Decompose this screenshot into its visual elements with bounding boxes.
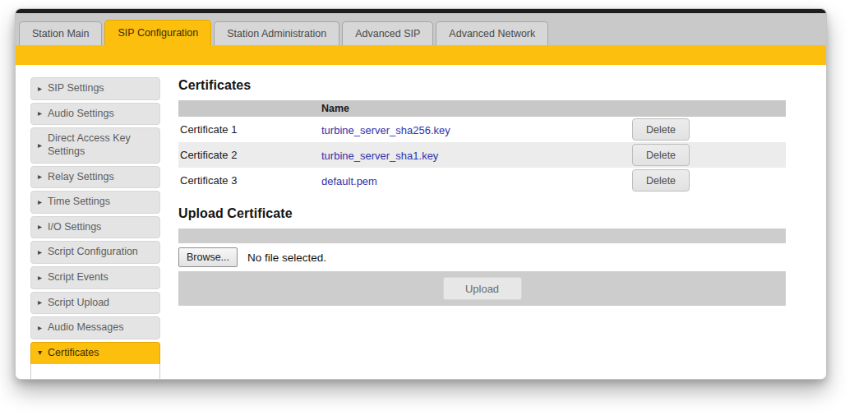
sidebar-item-time-settings[interactable]: ▸ Time Settings [30, 191, 160, 214]
tab-sip-configuration[interactable]: SIP Configuration [104, 20, 211, 45]
sidebar-item-label: Certificates [48, 347, 99, 360]
sidebar-item-label: Script Events [48, 271, 108, 284]
chevron-right-icon: ▸ [38, 141, 42, 151]
file-selection-status: No file selected. [247, 252, 326, 264]
sidebar-item-script-configuration[interactable]: ▸ Script Configuration [30, 241, 160, 264]
upload-action-bar: Upload [178, 271, 786, 306]
sidebar-item-audio-settings[interactable]: ▸ Audio Settings [30, 103, 160, 126]
tab-station-main[interactable]: Station Main [19, 21, 102, 45]
chevron-right-icon: ▸ [38, 84, 42, 95]
chevron-right-icon: ▸ [38, 172, 42, 182]
file-input-row: Browse... No file selected. [178, 247, 786, 268]
certificate-label: Certificate 2 [178, 149, 321, 161]
chevron-right-icon: ▸ [38, 247, 42, 258]
chevron-right-icon: ▸ [38, 323, 42, 334]
upload-button[interactable]: Upload [443, 277, 522, 300]
delete-button[interactable]: Delete [632, 169, 690, 192]
upload-section-header-bar [178, 228, 786, 243]
chevron-right-icon: ▸ [38, 108, 42, 119]
sidebar-nav: ▸ SIP Settings ▸ Audio Settings ▸ Direct… [30, 77, 160, 380]
chevron-right-icon: ▸ [38, 298, 42, 308]
content-area: ▸ SIP Settings ▸ Audio Settings ▸ Direct… [16, 65, 826, 380]
sidebar-item-label: I/O Settings [48, 221, 101, 234]
sidebar-item-direct-access-key-settings[interactable]: ▸ Direct Access Key Settings [30, 127, 160, 163]
certificates-accordion-panel [30, 364, 160, 381]
table-row: Certificate 1 turbine_server_sha256.key … [178, 117, 786, 142]
certificate-label: Certificate 1 [178, 123, 321, 136]
table-header-row: Name [178, 100, 786, 117]
certificate-file-link[interactable]: turbine_server_sha1.key [321, 150, 438, 162]
delete-button[interactable]: Delete [632, 144, 690, 166]
chevron-right-icon: ▸ [38, 222, 42, 233]
sidebar-item-certificates[interactable]: ▾ Certificates [30, 342, 160, 364]
sidebar-item-label: Direct Access Key Settings [48, 132, 153, 158]
main-panel: Certificates Name Certificate 1 turbine_… [178, 78, 786, 306]
sidebar-item-io-settings[interactable]: ▸ I/O Settings [30, 216, 160, 239]
delete-button[interactable]: Delete [632, 118, 690, 141]
certificate-label: Certificate 3 [178, 174, 321, 187]
sidebar-item-label: Script Upload [48, 297, 109, 310]
sidebar-item-label: Audio Settings [48, 108, 114, 121]
certificate-file-link[interactable]: default.pem [321, 175, 377, 187]
chevron-right-icon: ▸ [38, 197, 42, 208]
sidebar-item-script-events[interactable]: ▸ Script Events [30, 266, 160, 289]
sidebar-item-label: Audio Messages [48, 321, 123, 335]
tab-station-administration[interactable]: Station Administration [214, 21, 339, 45]
sidebar-item-audio-messages[interactable]: ▸ Audio Messages [30, 316, 160, 339]
sidebar-item-label: SIP Settings [48, 82, 104, 95]
chevron-down-icon: ▾ [38, 348, 42, 358]
main-tab-bar: Station Main SIP Configuration Station A… [16, 13, 826, 45]
upload-certificate-heading: Upload Certificate [178, 206, 786, 221]
app-window: Station Main SIP Configuration Station A… [15, 8, 827, 380]
sidebar-item-relay-settings[interactable]: ▸ Relay Settings [30, 166, 160, 189]
certificates-table: Name Certificate 1 turbine_server_sha256… [178, 100, 786, 193]
certificate-file-link[interactable]: turbine_server_sha256.key [321, 124, 450, 136]
sidebar-item-label: Time Settings [48, 196, 110, 209]
chevron-right-icon: ▸ [38, 273, 42, 284]
column-header-name: Name [321, 103, 349, 114]
certificates-heading: Certificates [178, 78, 786, 93]
tab-advanced-sip[interactable]: Advanced SIP [342, 21, 433, 45]
sidebar-item-label: Script Configuration [48, 246, 138, 259]
sidebar-item-sip-settings[interactable]: ▸ SIP Settings [30, 77, 160, 100]
accent-bar [16, 45, 826, 65]
tab-advanced-network[interactable]: Advanced Network [436, 21, 548, 45]
table-row: Certificate 2 turbine_server_sha1.key De… [178, 142, 786, 168]
table-row: Certificate 3 default.pem Delete [178, 168, 786, 193]
browse-button[interactable]: Browse... [178, 247, 238, 267]
sidebar-item-label: Relay Settings [48, 171, 114, 184]
sidebar-item-script-upload[interactable]: ▸ Script Upload [30, 292, 160, 315]
